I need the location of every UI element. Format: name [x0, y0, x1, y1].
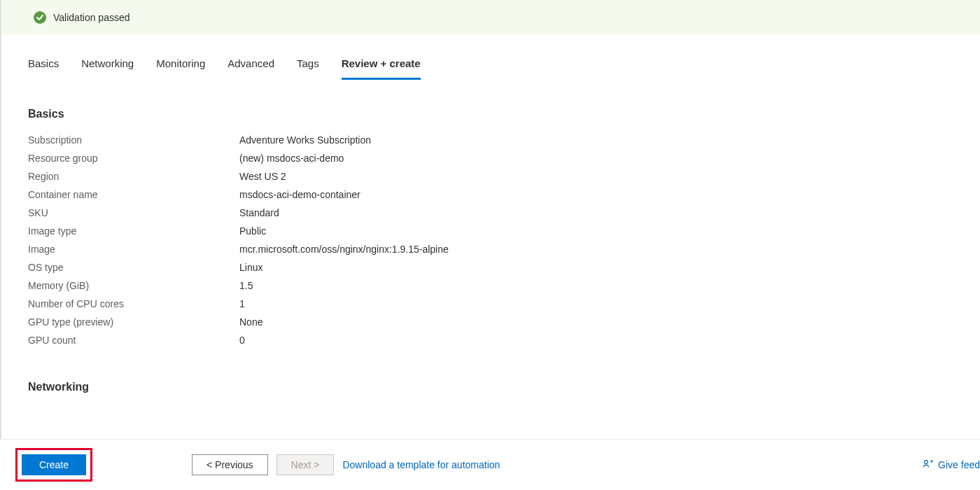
feedback-label: Give feed [938, 459, 980, 470]
label-sku: SKU [28, 207, 239, 218]
row-memory: Memory (GiB) 1.5 [28, 280, 953, 291]
give-feedback-link[interactable]: Give feed [923, 458, 980, 472]
success-check-icon [34, 11, 46, 24]
row-gpu-count: GPU count 0 [28, 335, 953, 346]
value-container-name: msdocs-aci-demo-container [239, 189, 360, 200]
svg-point-0 [925, 460, 928, 463]
row-cpu-cores: Number of CPU cores 1 [28, 298, 953, 309]
value-region: West US 2 [239, 171, 286, 182]
tab-advanced[interactable]: Advanced [227, 53, 274, 80]
value-os-type: Linux [239, 262, 262, 273]
previous-button[interactable]: < Previous [192, 454, 268, 475]
tab-bar: Basics Networking Monitoring Advanced Ta… [1, 35, 980, 80]
tab-basics[interactable]: Basics [28, 53, 59, 80]
label-memory: Memory (GiB) [28, 280, 239, 291]
tab-networking[interactable]: Networking [81, 53, 134, 80]
left-divider [0, 0, 1, 490]
value-gpu-type: None [239, 316, 262, 328]
label-os-type: OS type [28, 262, 239, 273]
section-title-basics: Basics [28, 108, 953, 120]
footer-bar: Create < Previous Next > Download a temp… [0, 439, 980, 490]
tab-monitoring[interactable]: Monitoring [156, 53, 205, 80]
label-container-name: Container name [28, 189, 239, 200]
label-image-type: Image type [28, 225, 239, 237]
create-highlight-box: Create [15, 448, 92, 482]
row-resource-group: Resource group (new) msdocs-aci-demo [28, 153, 953, 164]
value-subscription: Adventure Works Subscription [239, 134, 371, 146]
next-button: Next > [276, 454, 335, 475]
row-image-type: Image type Public [28, 225, 953, 237]
feedback-icon [923, 458, 934, 472]
validation-banner: Validation passed [1, 0, 980, 35]
label-region: Region [28, 171, 239, 182]
row-os-type: OS type Linux [28, 262, 953, 273]
row-subscription: Subscription Adventure Works Subscriptio… [28, 134, 953, 146]
tab-tags[interactable]: Tags [297, 53, 319, 80]
value-gpu-count: 0 [239, 335, 245, 346]
row-region: Region West US 2 [28, 171, 953, 182]
label-gpu-type: GPU type (preview) [28, 316, 239, 328]
value-image-type: Public [239, 225, 266, 237]
validation-message: Validation passed [53, 12, 130, 23]
tab-review-create[interactable]: Review + create [342, 53, 421, 80]
label-resource-group: Resource group [28, 153, 239, 164]
label-cpu-cores: Number of CPU cores [28, 298, 239, 309]
value-cpu-cores: 1 [239, 298, 245, 309]
label-gpu-count: GPU count [28, 335, 239, 346]
value-image: mcr.microsoft.com/oss/nginx/nginx:1.9.15… [239, 244, 449, 255]
row-container-name: Container name msdocs-aci-demo-container [28, 189, 953, 200]
create-button[interactable]: Create [22, 454, 86, 475]
label-subscription: Subscription [28, 134, 239, 146]
row-gpu-type: GPU type (preview) None [28, 316, 953, 328]
section-title-networking: Networking [28, 381, 953, 393]
download-template-link[interactable]: Download a template for automation [342, 459, 500, 470]
value-resource-group: (new) msdocs-aci-demo [239, 153, 344, 164]
row-sku: SKU Standard [28, 207, 953, 218]
value-memory: 1.5 [239, 280, 253, 291]
label-image: Image [28, 244, 239, 255]
value-sku: Standard [239, 207, 279, 218]
content-area: Basics Subscription Adventure Works Subs… [1, 80, 980, 393]
row-image: Image mcr.microsoft.com/oss/nginx/nginx:… [28, 244, 953, 255]
